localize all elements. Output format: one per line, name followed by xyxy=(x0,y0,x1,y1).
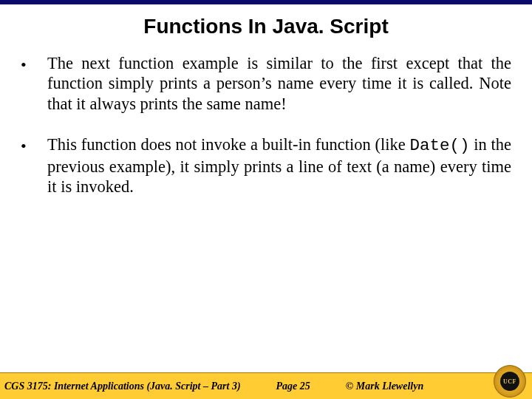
footer-copyright: © Mark Llewellyn xyxy=(346,381,423,392)
footer-course: CGS 3175: Internet Applications (Java. S… xyxy=(4,381,241,392)
bullet-text-pre: This function does not invoke a built-in… xyxy=(47,135,409,154)
logo-outer-ring: UCF xyxy=(494,365,526,398)
bullet-marker: • xyxy=(21,134,47,197)
ucf-logo: UCF xyxy=(494,365,526,398)
bullet-item: • The next function example is similar t… xyxy=(21,53,511,114)
footer-page: Page 25 xyxy=(276,381,310,392)
bullet-item: • This function does not invoke a built-… xyxy=(21,134,511,197)
bullet-marker: • xyxy=(21,53,47,114)
code-literal: Date() xyxy=(409,136,469,155)
slide-footer: CGS 3175: Internet Applications (Java. S… xyxy=(0,372,532,399)
bullet-text: The next function example is similar to … xyxy=(47,53,511,114)
slide: Functions In Java. Script • The next fun… xyxy=(0,0,532,399)
bullet-text: This function does not invoke a built-in… xyxy=(47,134,511,197)
slide-title: Functions In Java. Script xyxy=(0,15,532,38)
logo-inner-disc: UCF xyxy=(500,372,519,391)
slide-content: • The next function example is similar t… xyxy=(0,53,532,197)
bullet-text-pre: The next function example is similar to … xyxy=(47,54,511,113)
